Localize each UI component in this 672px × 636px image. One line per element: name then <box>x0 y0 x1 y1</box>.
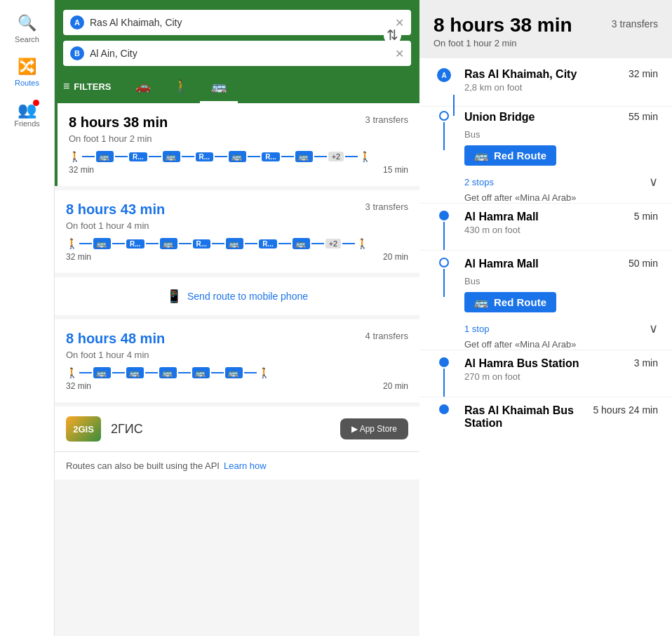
send-route-button[interactable]: 📱 Send route to mobile phone <box>55 277 419 315</box>
swap-button[interactable]: ⇅ <box>384 25 401 45</box>
al-hamra-1-duration: 5 min <box>634 211 658 222</box>
ad-text: 2ГИС <box>111 422 340 437</box>
connector <box>112 372 125 373</box>
sidebar-item-label: Routes <box>15 79 39 87</box>
filter-icon: ≡ <box>63 80 69 93</box>
connector <box>311 243 324 244</box>
origin-place: Ras Al Khaimah, City <box>464 68 577 81</box>
bus-seg: 🚌 <box>163 151 180 162</box>
tl-content-al-hamra-2: Al Hamra Mall 50 min Bus 🚌 Red Route 1 s… <box>464 258 658 350</box>
mode-car-button[interactable]: 🚗 <box>124 72 162 103</box>
route-card-1[interactable]: 8 hours 38 min 3 transfers On foot 1 hou… <box>55 103 419 186</box>
detail-total-time: 8 hours 38 min <box>434 14 572 37</box>
timeline-item-union-bridge: Union Bridge 55 min Bus 🚌 Red Route 2 st… <box>419 107 672 204</box>
main-panel: A Ras Al Khaimah, City ✕ ⇅ B Al Ain, Cit… <box>55 0 419 636</box>
filters-button[interactable]: ≡ FILTERS <box>63 73 121 102</box>
bus-seg: 🚌 <box>93 367 111 378</box>
search-inputs: A Ras Al Khaimah, City ✕ ⇅ B Al Ain, Cit… <box>63 10 411 66</box>
connector <box>179 243 191 244</box>
rak-station-place: Ras Al Khaimah Bus Station <box>464 404 586 430</box>
rak-station-dot <box>439 404 449 414</box>
connector <box>149 156 161 157</box>
tl-line <box>443 369 445 397</box>
route-time-2: 8 hours 43 min <box>66 201 165 218</box>
r-seg: R... <box>126 239 145 249</box>
connector <box>79 243 92 244</box>
bus-station-dot <box>439 357 449 367</box>
search-box: A Ras Al Khaimah, City ✕ ⇅ B Al Ain, Cit… <box>55 0 419 72</box>
bus-type-label-2: Bus <box>464 276 658 286</box>
connector <box>79 372 92 373</box>
sidebar-item-friends[interactable]: 👥 Friends <box>0 94 54 135</box>
bus-seg: 🚌 <box>293 238 310 249</box>
stops-row-1: 2 stops ∨ <box>464 174 658 190</box>
destination-clear-button[interactable]: ✕ <box>395 47 404 60</box>
destination-input[interactable]: Al Ain, City <box>90 48 391 59</box>
tl-line <box>443 222 445 250</box>
search-icon: 🔍 <box>18 14 36 32</box>
mode-transit-button[interactable]: 🚌 <box>200 72 238 103</box>
routes-icon: 🔀 <box>18 58 36 76</box>
walk-seg-icon: 🚶 <box>66 238 78 249</box>
origin-sub: 2,8 km on foot <box>464 82 658 93</box>
route-card-3[interactable]: 8 hours 48 min 4 transfers On foot 1 hou… <box>55 319 419 402</box>
stops-label-1[interactable]: 2 stops <box>464 177 494 187</box>
origin-input-row: A Ras Al Khaimah, City ✕ <box>63 10 411 35</box>
stops-chevron-2[interactable]: ∨ <box>649 321 658 336</box>
connector <box>178 372 191 373</box>
ad-logo: 2GIS <box>66 416 101 442</box>
origin-marker: A <box>70 15 84 29</box>
connector <box>182 156 194 157</box>
learn-how-link[interactable]: Learn how <box>224 461 267 471</box>
app-store-button[interactable]: ▶ App Store <box>340 418 408 439</box>
timeline-item-rak-station: Ras Al Khaimah Bus Station 5 hours 24 mi… <box>419 397 672 439</box>
timeline: A Ras Al Khaimah, City 32 min 2,8 km on … <box>419 58 672 636</box>
tl-dot-col <box>434 404 455 414</box>
detail-time-block: 8 hours 38 min On foot 1 hour 2 min <box>434 14 572 48</box>
route-header-1: 8 hours 38 min 3 transfers <box>69 114 408 131</box>
route-card-2[interactable]: 8 hours 43 min 3 transfers On foot 1 hou… <box>55 190 419 273</box>
stops-chevron-1[interactable]: ∨ <box>649 174 658 190</box>
filters-label: FILTERS <box>74 81 111 92</box>
al-hamra-1-sub: 430 m on foot <box>464 225 658 235</box>
route-time-3: 8 hours 48 min <box>66 331 165 347</box>
stops-label-2[interactable]: 1 stop <box>464 324 489 334</box>
connector <box>215 156 227 157</box>
footer: Routes can also be built using the API L… <box>55 451 419 479</box>
red-route-label-1: Red Route <box>494 150 546 161</box>
walk-end-icon: 🚶 <box>359 151 371 162</box>
route-segments-1: 🚶 🚌 R... 🚌 R... 🚌 R... 🚌 +2 🚶 <box>69 151 408 162</box>
detail-header: 8 hours 38 min On foot 1 hour 2 min 3 tr… <box>419 0 672 58</box>
connector <box>115 156 128 157</box>
bus-station-place: Al Hamra Bus Station <box>464 357 579 370</box>
detail-foot: On foot 1 hour 2 min <box>434 38 572 48</box>
tl-dot-col: A <box>434 68 455 106</box>
get-off-2: Get off after «Mina Al Arab» <box>464 339 658 350</box>
detail-header-top: 8 hours 38 min On foot 1 hour 2 min 3 tr… <box>434 14 658 48</box>
detail-panel: 8 hours 38 min On foot 1 hour 2 min 3 tr… <box>419 0 672 636</box>
connector <box>211 372 224 373</box>
routes-list: 8 hours 38 min 3 transfers On foot 1 hou… <box>55 103 419 636</box>
timeline-item-bus-station: Al Hamra Bus Station 3 min 270 m on foot <box>419 350 672 397</box>
bus-seg: 🚌 <box>160 238 177 249</box>
tl-dot-col <box>434 357 455 397</box>
stops-row-2: 1 stop ∨ <box>464 321 658 336</box>
mode-walk-button[interactable]: 🚶 <box>162 72 200 103</box>
r-seg: R... <box>129 152 147 161</box>
send-route-label: Send route to mobile phone <box>187 291 308 302</box>
tl-dot-col <box>434 111 455 150</box>
origin-input[interactable]: Ras Al Khaimah, City <box>90 17 391 28</box>
route-times-row-1: 32 min 15 min <box>69 165 408 175</box>
connector <box>281 156 294 157</box>
get-off-1: Get off after «Mina Al Arab» <box>464 192 658 203</box>
sidebar-item-routes[interactable]: 🔀 Routes <box>0 51 54 94</box>
walk-end-icon: 🚶 <box>356 238 368 249</box>
al-hamra-1-dot <box>439 211 449 220</box>
tl-header-row: Al Hamra Mall 50 min <box>464 258 658 270</box>
walk-seg-icon: 🚶 <box>69 151 81 162</box>
connector <box>342 243 355 244</box>
bus-badge-icon-2: 🚌 <box>474 296 488 309</box>
more-seg: +2 <box>325 239 342 249</box>
sidebar-item-search[interactable]: 🔍 Search <box>0 7 54 51</box>
timeline-item-al-hamra-1: Al Hamra Mall 5 min 430 m on foot <box>419 204 672 251</box>
